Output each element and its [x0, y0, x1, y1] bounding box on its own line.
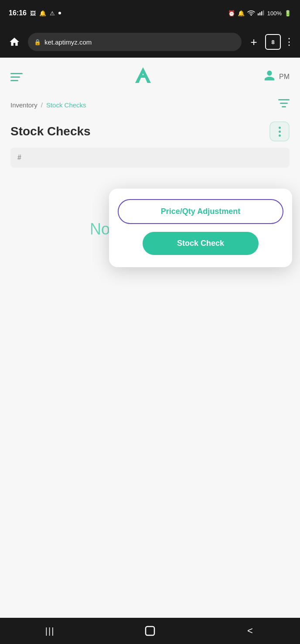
signal-icon	[258, 10, 265, 17]
lock-icon: 🔒	[34, 39, 41, 45]
new-tab-button[interactable]: +	[246, 34, 262, 50]
home-nav-button[interactable]	[137, 618, 163, 644]
app-content: PM Inventory / Stock Checks Stock Checks	[0, 58, 300, 618]
svg-rect-1	[258, 13, 259, 15]
svg-rect-3	[261, 11, 262, 15]
alarm-icon: ⏰	[228, 10, 235, 17]
wifi-icon	[247, 10, 255, 17]
status-right: ⏰ 🔔 100% 🔋	[228, 10, 291, 17]
notification-icon: 🔔	[39, 10, 46, 17]
home-browser-button[interactable]	[5, 33, 24, 51]
back-button[interactable]: <	[237, 618, 263, 644]
stock-check-button[interactable]: Stock Check	[143, 232, 259, 255]
svg-rect-4	[263, 10, 264, 15]
status-left: 16:16 🖼 🔔 ⚠	[9, 9, 61, 17]
svg-rect-2	[259, 12, 260, 15]
dot-indicator	[58, 12, 61, 14]
svg-point-0	[250, 14, 252, 15]
battery-icon: 🔋	[284, 10, 291, 17]
battery-label: 100%	[267, 10, 282, 17]
price-qty-adjustment-button[interactable]: Price/Qty Adjustment	[118, 199, 283, 224]
tab-count-button[interactable]: 8	[265, 34, 281, 50]
browser-bar: 🔒 ket.aptimyz.com + 8 ⋮	[0, 26, 300, 58]
status-time: 16:16	[9, 9, 27, 17]
alarm2-icon: 🔔	[238, 10, 245, 17]
recent-apps-button[interactable]: |||	[37, 618, 63, 644]
url-text: ket.aptimyz.com	[44, 38, 92, 46]
browser-more-button[interactable]: ⋮	[284, 36, 295, 48]
status-bar: 16:16 🖼 🔔 ⚠ ⏰ 🔔 100% 🔋	[0, 0, 300, 26]
gallery-icon: 🖼	[30, 10, 36, 17]
svg-rect-8	[146, 627, 154, 635]
browser-actions: + 8 ⋮	[246, 34, 295, 50]
address-bar[interactable]: 🔒 ket.aptimyz.com	[28, 33, 242, 51]
dropdown-popup: Price/Qty Adjustment Stock Check	[109, 189, 292, 267]
backdrop-overlay[interactable]	[0, 58, 300, 618]
alert-icon: ⚠	[50, 10, 55, 17]
bottom-nav: ||| <	[0, 618, 300, 644]
